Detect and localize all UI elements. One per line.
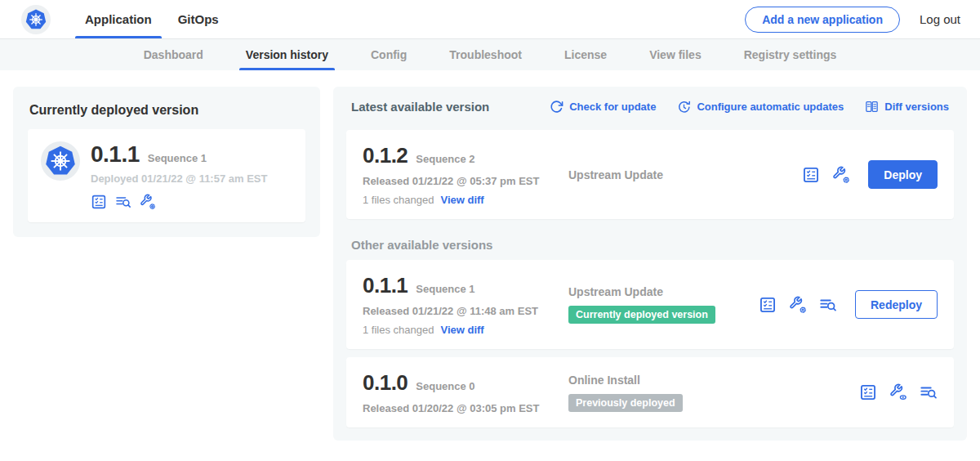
tab-application-label: Application [85,12,152,26]
add-application-button[interactable]: Add a new application [745,7,900,33]
preflight-checks-icon[interactable] [91,194,107,210]
subnav-version-history[interactable]: Version history [244,39,330,70]
sequence-label: Sequence 1 [416,283,474,295]
schedule-update-icon [677,100,691,114]
deploy-logs-icon[interactable] [115,194,131,210]
deployed-sequence-label: Sequence 1 [148,152,207,164]
version-card-0-1-1: 0.1.1 Sequence 1 Released 01/21/22 @ 11:… [346,260,954,349]
edit-config-icon[interactable] [832,166,850,184]
logout-button[interactable]: Log out [920,12,960,26]
version-number: 0.1.2 [363,143,408,168]
currently-deployed-panel: Currently deployed version 0.1.1 Sequenc… [13,87,320,237]
version-card-0-1-0: 0.1.0 Sequence 0 Released 01/20/22 @ 03:… [346,357,954,427]
edit-config-icon[interactable] [140,194,156,210]
tab-gitops-label: GitOps [178,12,219,26]
subnav-registry-settings[interactable]: Registry settings [742,39,839,70]
currently-deployed-badge: Currently deployed version [568,306,715,324]
diff-icon [865,100,879,114]
top-navbar: Application GitOps Add a new application… [0,0,980,39]
version-source-label: Upstream Update [568,285,663,298]
preflight-checks-icon[interactable] [859,383,877,401]
redeploy-button[interactable]: Redeploy [855,290,938,319]
edit-config-icon[interactable] [789,296,807,314]
version-source-label: Online Install [568,374,640,387]
version-history-panel: Latest available version Check for updat… [333,87,967,441]
deployed-timestamp: Deployed 01/21/22 @ 11:57 am EST [91,172,267,185]
configure-automatic-updates-link[interactable]: Configure automatic updates [677,100,844,114]
app-tabs: Application GitOps [72,0,232,38]
subnav-license[interactable]: License [563,39,608,70]
main-content: Currently deployed version 0.1.1 Sequenc… [0,70,980,457]
sequence-label: Sequence 0 [416,380,474,392]
view-diff-link[interactable]: View diff [440,194,483,206]
version-number: 0.1.1 [363,273,408,298]
preflight-checks-icon[interactable] [759,296,777,314]
tab-application[interactable]: Application [72,0,165,38]
version-source-label: Upstream Update [568,168,663,181]
previously-deployed-badge: Previously deployed [568,394,683,412]
configure-automatic-updates-label: Configure automatic updates [697,101,844,113]
deployed-version-card: 0.1.1 Sequence 1 Deployed 01/21/22 @ 11:… [28,129,305,222]
deploy-logs-icon[interactable] [920,383,938,401]
diff-versions-label: Diff versions [884,101,949,113]
subnav-dashboard[interactable]: Dashboard [142,39,205,70]
released-timestamp: Released 01/21/22 @ 11:48 am EST [363,305,568,317]
diff-versions-link[interactable]: Diff versions [865,100,949,114]
released-timestamp: Released 01/21/22 @ 05:37 pm EST [363,175,568,187]
view-config-icon[interactable] [889,383,907,401]
refresh-icon [550,100,564,114]
files-changed-label: 1 files changed [363,324,434,336]
deploy-button[interactable]: Deploy [868,160,938,189]
kubernetes-logo[interactable] [21,5,51,34]
released-timestamp: Released 01/20/22 @ 03:05 pm EST [363,402,568,414]
deploy-logs-icon[interactable] [819,296,837,314]
deployed-panel-title: Currently deployed version [29,103,304,118]
app-icon [41,141,80,181]
tab-gitops[interactable]: GitOps [165,0,232,38]
subnav-troubleshoot[interactable]: Troubleshoot [448,39,523,70]
latest-available-title: Latest available version [351,100,489,114]
check-for-update-link[interactable]: Check for update [550,100,656,114]
subnav-view-files[interactable]: View files [648,39,703,70]
preflight-checks-icon[interactable] [802,166,820,184]
version-card-0-1-2: 0.1.2 Sequence 2 Released 01/21/22 @ 05:… [346,130,954,219]
other-available-title: Other available versions [351,238,949,252]
files-changed-label: 1 files changed [363,194,434,206]
sequence-label: Sequence 2 [416,153,474,165]
check-for-update-label: Check for update [569,101,656,113]
app-subnav: Dashboard Version history Config Trouble… [0,39,980,70]
deployed-version-number: 0.1.1 [91,141,140,168]
view-diff-link[interactable]: View diff [440,324,483,336]
version-number: 0.1.0 [363,370,408,396]
subnav-config[interactable]: Config [369,39,408,70]
